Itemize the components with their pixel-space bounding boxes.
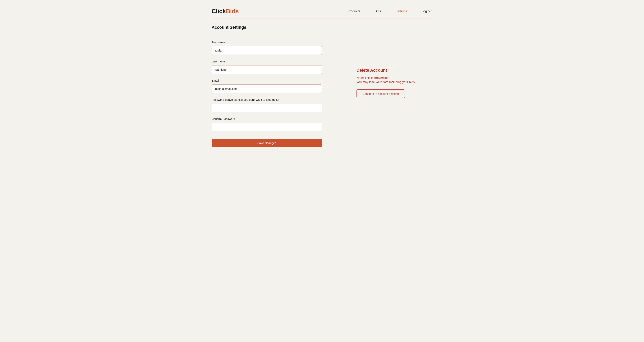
logo-text-click: Click — [212, 8, 226, 14]
logo-text-b: B — [226, 8, 230, 15]
confirm-password-group: Confirm Password — [212, 117, 322, 131]
last-name-input[interactable] — [212, 65, 322, 74]
first-name-label: First name — [212, 41, 322, 44]
account-settings-section: Account Settings First name Last name Em… — [212, 25, 322, 147]
last-name-label: Last name — [212, 60, 322, 63]
nav-logout[interactable]: Log out — [422, 9, 432, 13]
save-changes-button[interactable]: Save Changes — [212, 139, 322, 147]
last-name-group: Last name — [212, 60, 322, 74]
confirm-password-input[interactable] — [212, 123, 322, 131]
nav-settings[interactable]: Settings — [396, 9, 407, 13]
first-name-input[interactable] — [212, 46, 322, 55]
password-label: Password (leave blank if you don't want … — [212, 98, 322, 101]
delete-account-section: Delete Account Note: This is irreversibl… — [356, 25, 432, 147]
password-group: Password (leave blank if you don't want … — [212, 98, 322, 112]
main-nav: Products Bids Settings Log out — [348, 9, 432, 13]
logo[interactable]: ClickBids — [212, 8, 239, 15]
confirm-password-label: Confirm Password — [212, 117, 322, 120]
continue-delete-button[interactable]: Continue to account deletion — [356, 89, 405, 98]
delete-account-note: Note: This is irreversible. You may lose… — [356, 76, 432, 84]
email-group: Email — [212, 79, 322, 93]
site-header: ClickBids Products Bids Settings Log out — [212, 0, 432, 19]
nav-bids[interactable]: Bids — [375, 9, 381, 13]
main-content: Account Settings First name Last name Em… — [212, 19, 432, 147]
first-name-group: First name — [212, 41, 322, 55]
nav-products[interactable]: Products — [348, 9, 360, 13]
delete-note-line1: Note: This is irreversible. — [356, 76, 390, 79]
password-input[interactable] — [212, 104, 322, 112]
email-input[interactable] — [212, 84, 322, 93]
logo-text-ids: ids — [230, 8, 239, 14]
delete-account-title: Delete Account — [356, 68, 432, 73]
email-label: Email — [212, 79, 322, 82]
page-title: Account Settings — [212, 25, 322, 30]
delete-note-line2: You may lose your data including your bi… — [356, 80, 416, 84]
